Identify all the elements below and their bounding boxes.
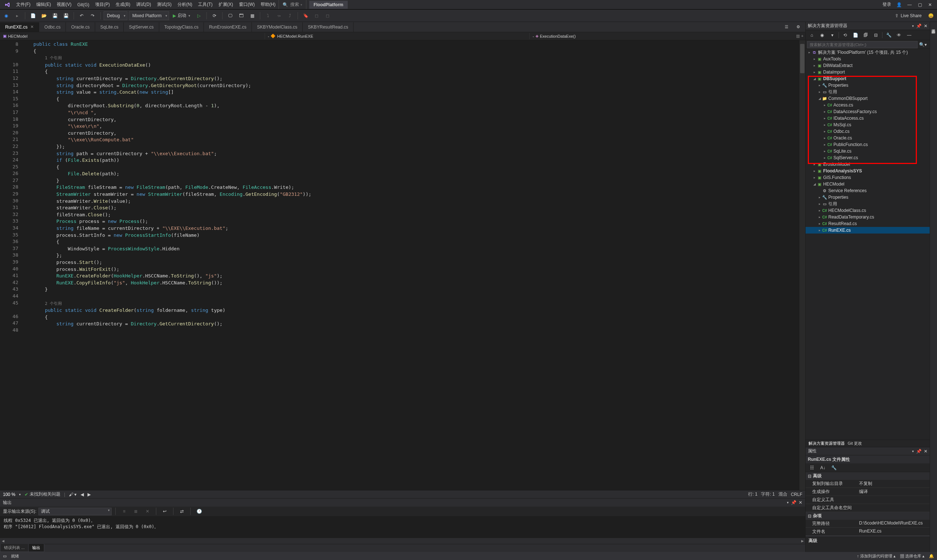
login-button[interactable]: 登录: [882, 2, 891, 8]
tab-runexe[interactable]: RunEXE.cs✕: [0, 22, 39, 32]
property-row[interactable]: 完整路径D:\5code\HECModel\RunEXE.cs: [806, 520, 930, 528]
tree-row[interactable]: ▸C#IDataAccess.cs: [806, 115, 930, 122]
minimize-icon[interactable]: —: [907, 2, 912, 7]
tree-row[interactable]: ▸▣DataImport: [806, 69, 930, 75]
tree-row[interactable]: ▸C#SqLite.cs: [806, 148, 930, 154]
sln-brush-icon[interactable]: ▾: [828, 31, 836, 39]
tree-row[interactable]: ▸C#SqlServer.cs: [806, 154, 930, 161]
tree-row[interactable]: ▸▣FloodAnalysisSYS: [806, 168, 930, 174]
redo-icon[interactable]: ↷: [88, 11, 97, 20]
property-row[interactable]: 文件名RunEXE.cs: [806, 528, 930, 536]
step-into-icon[interactable]: ⤵: [263, 11, 273, 20]
user-icon[interactable]: 👤: [896, 2, 902, 7]
menu-analyze[interactable]: 分析(N): [175, 0, 195, 9]
tree-row[interactable]: ▸▣AuxTools: [806, 55, 930, 62]
tree-row[interactable]: ⚙Service References: [806, 188, 930, 194]
undo-icon[interactable]: ↶: [77, 11, 86, 20]
panel-dropdown-icon[interactable]: ▾: [912, 24, 914, 28]
prop-dropdown-icon[interactable]: ▾: [912, 449, 914, 453]
maximize-icon[interactable]: ▢: [917, 2, 922, 7]
tab-git-changes[interactable]: Git 更改: [848, 441, 862, 446]
tree-row[interactable]: ▸C#PublicFunction.cs: [806, 141, 930, 148]
brush-icon[interactable]: 🖌 ▾: [69, 492, 77, 497]
collapse-icon[interactable]: ⊟: [872, 31, 880, 39]
prop-pin-icon[interactable]: 📌: [916, 449, 922, 454]
categorized-icon[interactable]: ☷: [807, 463, 817, 472]
tree-row[interactable]: ▸🔧Properties: [806, 82, 930, 89]
save-all-icon[interactable]: 💾: [61, 11, 71, 20]
category-misc[interactable]: ⊟杂项: [806, 512, 930, 520]
output-pin-icon[interactable]: 📌: [791, 500, 797, 505]
menu-tools[interactable]: 工具(T): [195, 0, 215, 9]
tree-row[interactable]: ◢▣DBSupport: [806, 75, 930, 82]
panel-pin-icon[interactable]: 📌: [916, 23, 922, 29]
step-out-icon[interactable]: ⤴: [285, 11, 295, 20]
output-close-icon[interactable]: ✕: [799, 500, 802, 505]
properties-grid[interactable]: ⊟高级 复制到输出目录不复制生成操作编译自定义工具自定义工具命名空间 ⊟杂项 完…: [806, 472, 930, 536]
search-box[interactable]: 🔍 搜索 ▾: [278, 0, 306, 9]
nav-prev-icon[interactable]: ◀: [80, 492, 84, 497]
tree-row[interactable]: ▸⧉解决方案 'FloodPlatform' (15 个项目, 共 15 个): [806, 49, 930, 55]
add-icon[interactable]: +: [801, 34, 803, 38]
menu-view[interactable]: 视图(V): [54, 0, 74, 9]
tree-row[interactable]: ▸▣ErosionModel: [806, 161, 930, 168]
feedback-icon[interactable]: 😀: [926, 11, 935, 20]
tree-row[interactable]: ▸▭引用: [806, 201, 930, 207]
issues-indicator[interactable]: ✔未找到相关问题: [25, 491, 60, 497]
code-editor[interactable]: 8 9 10 11 12 13 14 15 16 17 18 19 20 21 …: [0, 40, 805, 490]
close-icon[interactable]: ✕: [928, 2, 932, 7]
tab-skbymodel[interactable]: SKBYModelClass.cs: [252, 22, 303, 32]
code-area[interactable]: public class RunEXE { 1 个引用 public stati…: [22, 40, 805, 490]
sln-back-icon[interactable]: ◉: [818, 31, 826, 39]
refresh-icon[interactable]: ⟳: [210, 11, 219, 20]
output-clock-icon[interactable]: 🕐: [194, 506, 204, 516]
tab-sqlserver[interactable]: SqlServer.cs: [124, 22, 159, 32]
solution-tree[interactable]: ▸⧉解决方案 'FloodPlatform' (15 个项目, 共 15 个)▸…: [806, 49, 930, 440]
output-wrap-icon[interactable]: ↩: [160, 506, 169, 516]
alpha-icon[interactable]: A↓: [818, 463, 828, 472]
tree-row[interactable]: ▸▣GIS.Functions: [806, 174, 930, 181]
output-text[interactable]: 线程 0x5324 已退出, 返回值为 0 (0x0)。 程序 "[26012]…: [0, 516, 805, 538]
menu-edit[interactable]: 编辑(E): [33, 0, 54, 9]
property-row[interactable]: 自定义工具: [806, 496, 930, 504]
properties-icon[interactable]: 🔧: [885, 31, 893, 39]
platform-combo[interactable]: Mixed Platform: [129, 11, 169, 20]
bookmark2-icon[interactable]: ◻: [312, 11, 322, 20]
tree-row[interactable]: ▸▣D8WataExtract: [806, 62, 930, 69]
config-combo[interactable]: Debug: [103, 11, 128, 20]
nav-fwd-icon[interactable]: ▸: [12, 11, 22, 20]
panel-close-icon[interactable]: ✕: [924, 23, 928, 29]
tree-row[interactable]: ▸▭引用: [806, 89, 930, 95]
tree-row[interactable]: ▸C#ResultRead.cs: [806, 220, 930, 227]
diagnostics-tab[interactable]: 诊断工具: [930, 24, 937, 29]
tree-row[interactable]: ▸C#HECModelClass.cs: [806, 207, 930, 214]
bc-method[interactable]: - ◈ExecutionDataExe(): [529, 33, 794, 39]
menu-help[interactable]: 帮助(H): [258, 0, 278, 9]
save-icon[interactable]: 💾: [50, 11, 60, 20]
nav-next-icon[interactable]: ▶: [88, 492, 91, 497]
solution-search-input[interactable]: [807, 41, 918, 48]
refresh2-icon[interactable]: 🗐: [862, 31, 870, 39]
prop-close-icon[interactable]: ✕: [924, 449, 928, 454]
btn-icon[interactable]: ▦: [248, 11, 257, 20]
category-advanced[interactable]: ⊟高级: [806, 472, 930, 480]
sync-icon[interactable]: ⟲: [841, 31, 849, 39]
output-btn2-icon[interactable]: ≣: [131, 506, 140, 516]
home-icon[interactable]: ⌂: [808, 31, 816, 39]
tab-skbyresult[interactable]: SKBYResultRead.cs: [303, 22, 354, 32]
search-dropdown-icon[interactable]: 🔍▾: [918, 42, 928, 47]
output-btn1-icon[interactable]: ≡: [119, 506, 129, 516]
split-icon[interactable]: ▥: [796, 34, 800, 38]
start-debug-button[interactable]: ▶启动▾: [171, 12, 192, 19]
property-row[interactable]: 自定义工具命名空间: [806, 504, 930, 512]
preview-toggle-icon[interactable]: ☰: [782, 22, 791, 32]
tree-row[interactable]: ▸C#MsSql.cs: [806, 122, 930, 128]
notification-icon[interactable]: 🔔: [929, 554, 934, 558]
output-btn3-icon[interactable]: ✕: [143, 506, 152, 516]
zoom-level[interactable]: 100 %: [3, 492, 15, 497]
start-no-debug-icon[interactable]: ▷: [194, 11, 203, 20]
menu-debug[interactable]: 调试(D): [133, 0, 154, 9]
bc-type[interactable]: - 🔶HECModel.RunEXE: [265, 33, 529, 39]
view-code-icon[interactable]: —: [905, 31, 913, 39]
tree-row[interactable]: ▸C#RunEXE.cs: [806, 227, 930, 234]
